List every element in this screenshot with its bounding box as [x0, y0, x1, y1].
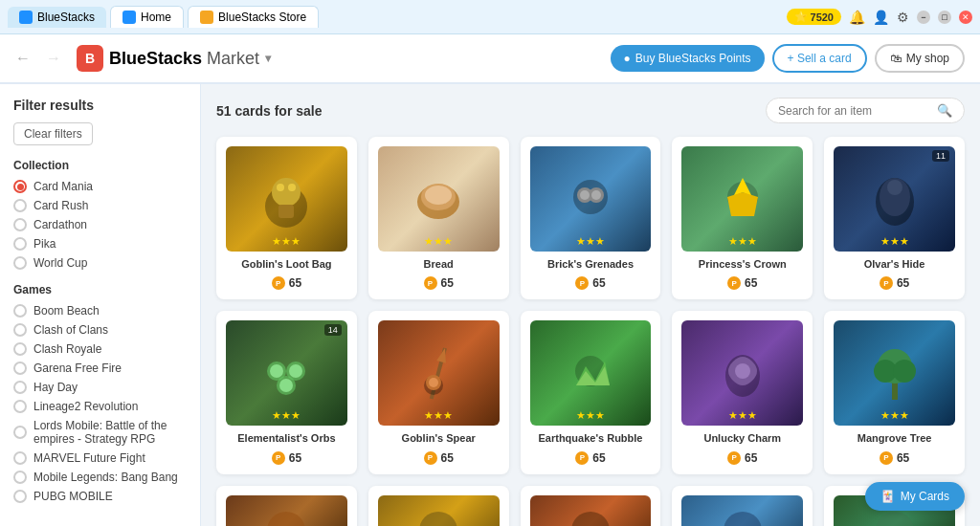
buy-points-button[interactable]: ● Buy BlueStacks Points	[611, 45, 765, 72]
filter-mobile-legends[interactable]: Mobile Legends: Bang Bang	[13, 471, 187, 484]
svg-point-22	[270, 364, 283, 378]
card-item-goblins-spear[interactable]: ★★★ Goblin's Spear P 65	[368, 311, 509, 473]
card-item-partial-3[interactable]	[521, 486, 661, 526]
settings-icon[interactable]: ⚙	[897, 10, 909, 25]
filter-hay-day[interactable]: Hay Day	[13, 381, 187, 394]
games-label: Games	[13, 283, 187, 296]
coin-icon-3: P	[575, 276, 589, 290]
card-star-1: ★★★	[272, 235, 301, 248]
radio-pika[interactable]	[13, 237, 27, 251]
card-item-partial-4[interactable]	[672, 486, 813, 526]
card-grid: ★★★ Goblin's Loot Bag P 65 ★★★ Bread P 6…	[216, 137, 965, 526]
filter-title: Filter results	[13, 98, 187, 113]
clear-filters-button[interactable]: Clear filters	[13, 122, 93, 145]
card-item-partial-2[interactable]	[368, 486, 509, 526]
card-star-6: ★★★	[272, 409, 301, 422]
coin-icon-1: P	[272, 276, 285, 290]
svg-point-24	[279, 379, 293, 392]
card-star-8: ★★★	[576, 409, 605, 422]
content-area: 51 cards for sale 🔍 ★★★ Goblin's Loot Ba…	[201, 84, 980, 526]
card-star-2: ★★★	[424, 235, 453, 248]
filter-card-rush[interactable]: Card Rush	[13, 199, 187, 212]
radio-garena[interactable]	[13, 362, 27, 375]
card-item-goblins-loot-bag[interactable]: ★★★ Goblin's Loot Bag P 65	[216, 137, 357, 299]
card-item-earthquakes-rubble[interactable]: ★★★ Earthquake's Rubble P 65	[521, 311, 661, 473]
bluestacks-tab-icon	[19, 11, 33, 24]
tab-store[interactable]: BlueStacks Store	[188, 6, 319, 28]
radio-lords-mobile[interactable]	[13, 426, 27, 439]
market-text: Market	[207, 49, 259, 68]
coin-icon-7: P	[424, 451, 437, 465]
filter-pika[interactable]: Pika	[13, 237, 187, 251]
search-box[interactable]: 🔍	[766, 98, 965, 123]
radio-cardathon[interactable]	[13, 218, 27, 231]
card-item-bricks-grenades[interactable]: ★★★ Brick's Grenades P 65	[521, 137, 661, 299]
sell-card-button[interactable]: + Sell a card	[772, 44, 867, 73]
tab-home[interactable]: Home	[110, 6, 184, 28]
card-price-10: P 65	[880, 451, 909, 465]
chevron-down-icon: ▾	[265, 52, 271, 65]
my-cards-button[interactable]: 🃏 My Cards	[865, 482, 965, 511]
radio-world-cup[interactable]	[13, 256, 27, 270]
filter-card-mania[interactable]: Card Mania	[13, 180, 187, 193]
collection-label: Collection	[13, 159, 187, 172]
svg-point-40	[419, 512, 457, 526]
radio-pubg[interactable]	[13, 490, 27, 503]
coin-icon-9: P	[727, 451, 741, 465]
filter-world-cup[interactable]: World Cup	[13, 256, 187, 270]
points-badge: ⭐ 7520	[787, 9, 841, 25]
filter-marvel[interactable]: MARVEL Future Fight	[13, 451, 187, 465]
card-image-4: ★★★	[681, 146, 803, 252]
card-name-8: Earthquake's Rubble	[539, 431, 643, 445]
card-item-olvars-hide[interactable]: 11 ★★★ Olvar's Hide P 65	[824, 137, 965, 299]
search-input[interactable]	[778, 104, 931, 118]
radio-mobile-legends[interactable]	[13, 471, 27, 484]
card-item-bread[interactable]: ★★★ Bread P 65	[368, 137, 509, 299]
svg-point-18	[887, 180, 902, 195]
maximize-button[interactable]: □	[938, 11, 951, 24]
radio-clash-of-clans[interactable]	[13, 323, 27, 337]
filter-cardathon[interactable]: Cardathon	[13, 218, 187, 231]
collection-filter-section: Collection Card Mania Card Rush Cardatho…	[13, 159, 187, 270]
filter-pubg[interactable]: PUBG MOBILE	[13, 490, 187, 503]
card-image-7: ★★★	[378, 320, 500, 426]
logo-text: BlueStacks Market	[109, 49, 259, 69]
close-button[interactable]: ✕	[959, 11, 972, 24]
profile-icon[interactable]: 👤	[873, 10, 889, 25]
filter-garena[interactable]: Garena Free Fire	[13, 362, 187, 375]
filter-clash-of-clans[interactable]: Clash of Clans	[13, 323, 187, 337]
card-star-10: ★★★	[880, 409, 909, 422]
forward-button[interactable]: →	[46, 50, 61, 67]
radio-lineage2[interactable]	[13, 400, 27, 413]
filter-lineage2[interactable]: Lineage2 Revolution	[13, 400, 187, 413]
card-item-elementalists-orbs[interactable]: 14 ★★★ Elementalist's Orbs P 65	[216, 311, 357, 473]
minimize-button[interactable]: −	[917, 11, 930, 24]
svg-point-12	[591, 190, 601, 200]
my-shop-button[interactable]: 🛍 My shop	[875, 44, 965, 73]
tab-bluestacks[interactable]: BlueStacks	[8, 7, 106, 28]
radio-boom-beach[interactable]	[13, 304, 27, 318]
radio-marvel[interactable]	[13, 451, 27, 465]
radio-hay-day[interactable]	[13, 381, 27, 394]
filter-boom-beach[interactable]: Boom Beach	[13, 304, 187, 318]
notification-icon[interactable]: 🔔	[849, 10, 865, 25]
filter-lords-mobile[interactable]: Lords Mobile: Battle of the empires - St…	[13, 419, 187, 446]
card-name-9: Unlucky Charm	[703, 431, 781, 445]
sidebar: Filter results Clear filters Collection …	[0, 84, 201, 526]
filter-clash-royale[interactable]: Clash Royale	[13, 342, 187, 356]
store-tab-icon	[200, 11, 213, 24]
card-item-partial-1[interactable]	[216, 486, 357, 526]
card-item-unlucky-charm[interactable]: ★★★ Unlucky Charm P 65	[672, 311, 813, 473]
radio-card-mania[interactable]	[13, 180, 27, 193]
back-button[interactable]: ←	[15, 50, 31, 67]
card-image-1: ★★★	[226, 146, 347, 252]
card-name-3: Brick's Grenades	[547, 257, 634, 271]
card-image-14	[681, 495, 803, 526]
radio-clash-royale[interactable]	[13, 342, 27, 356]
radio-card-rush[interactable]	[13, 199, 27, 212]
card-image-9: ★★★	[681, 320, 803, 426]
card-price-1: P 65	[272, 276, 301, 290]
card-item-mangrove-tree[interactable]: ★★★ Mangrove Tree P 65	[824, 311, 965, 473]
card-image-12	[378, 495, 500, 526]
card-item-princesss-crown[interactable]: ★★★ Princess's Crown P 65	[672, 137, 813, 299]
